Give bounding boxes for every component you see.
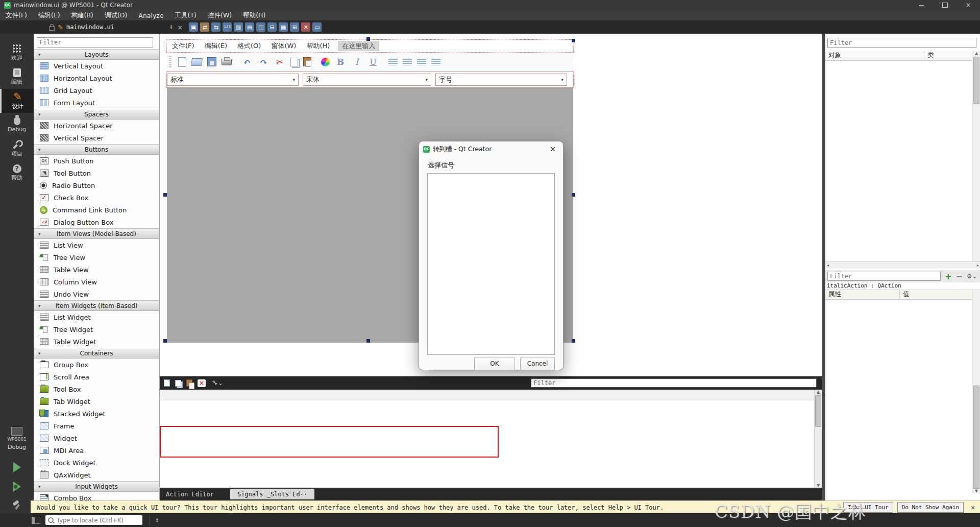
remove-property-icon[interactable]: − [955, 272, 962, 281]
form-menu-item-3[interactable]: 窗体(W) [266, 41, 301, 51]
sidebar-mode-帮助[interactable]: ?帮助 [0, 161, 34, 185]
ok-button[interactable]: OK [474, 357, 515, 370]
widget-tool-box[interactable]: Tool Box [34, 383, 159, 395]
cancel-button[interactable]: Cancel [520, 357, 555, 370]
form-combo-字号[interactable]: 字号▾ [435, 74, 567, 86]
property-config-wrench-icon[interactable]: ⚙︎⌄ [967, 273, 977, 280]
save-icon[interactable] [207, 57, 216, 66]
selection-handle[interactable] [572, 339, 575, 343]
open-document-name[interactable]: mainwindow.ui [66, 23, 114, 31]
menu-item-7[interactable]: 帮助(H) [237, 11, 271, 20]
edit-taborder-icon[interactable]: 123 [223, 22, 232, 32]
locator[interactable] [45, 515, 142, 525]
widget-form-layout[interactable]: Form Layout [34, 97, 159, 109]
object-inspector-hscrollbar[interactable]: ◂▸ [825, 261, 980, 269]
form-menu-item-0[interactable]: 文件(F) [167, 41, 200, 51]
layout-form-icon[interactable]: ⊞ [290, 22, 299, 32]
maximize-button[interactable] [933, 0, 957, 10]
print-icon[interactable] [222, 59, 232, 65]
tab-action-editor[interactable]: Action Editor [166, 491, 214, 498]
widget-dock-widget[interactable]: Dock Widget [34, 457, 159, 469]
configure-wrench-icon[interactable]: 🔧︎⌄ [212, 379, 223, 387]
form-menu-item-1[interactable]: 编辑(E) [200, 41, 232, 51]
column-class[interactable]: 类 [924, 51, 934, 60]
action-filter-input[interactable] [531, 378, 817, 388]
form-type-here[interactable]: 在这里输入 [338, 41, 379, 51]
widget-tree-widget[interactable]: Tree Widget [34, 323, 159, 336]
menu-item-2[interactable]: 构建(B) [66, 11, 99, 20]
form-menu-item-2[interactable]: 格式(O) [232, 41, 266, 51]
widget-widget[interactable]: Widget [34, 432, 159, 444]
menu-item-3[interactable]: 调试(D) [99, 11, 133, 20]
align-center-icon[interactable] [403, 59, 412, 65]
paste-action-icon[interactable] [186, 379, 192, 387]
column-value[interactable]: 值 [900, 290, 910, 299]
debug-run-button[interactable] [13, 482, 21, 492]
menu-item-1[interactable]: 编辑(E) [33, 11, 66, 20]
color-icon[interactable] [321, 58, 330, 66]
widget-tree-view[interactable]: Tree View [34, 251, 159, 264]
align-left-icon[interactable] [388, 59, 398, 65]
kit-monitor-icon[interactable] [11, 427, 22, 436]
dialog-close-icon[interactable]: × [543, 145, 563, 154]
sidebar-mode-设计[interactable]: ✎设计 [0, 89, 34, 113]
form-menu-item-4[interactable]: 帮助(H) [301, 41, 335, 51]
widget-horizontal-spacer[interactable]: Horizontal Spacer [34, 119, 159, 132]
layout-hsplit-icon[interactable]: ◫ [256, 22, 265, 32]
widgetbox-section-containers[interactable]: ▾Containers [34, 348, 159, 358]
kit-name[interactable]: WPS001 [7, 437, 26, 442]
menu-item-6[interactable]: 控件(W) [202, 11, 237, 20]
object-inspector-scrollbar[interactable]: ▲ [972, 51, 980, 261]
widget-grid-layout[interactable]: Grid Layout [34, 84, 159, 97]
widget-vertical-layout[interactable]: Vertical Layout [34, 60, 159, 72]
widget-mdi-area[interactable]: MDI Area [34, 444, 159, 457]
close-document-icon[interactable]: × [177, 23, 183, 31]
column-property[interactable]: 属性 [825, 290, 900, 299]
widget-horizontal-layout[interactable]: Horizontal Layout [34, 72, 159, 84]
underline-icon[interactable] [368, 57, 379, 67]
new-action-icon[interactable] [164, 379, 170, 387]
tab-signals-slots-editor[interactable]: Signals _Slots Ed·· [230, 489, 314, 499]
widgetbox-section-buttons[interactable]: ▾Buttons [34, 144, 159, 155]
widget-tool-button[interactable]: Tool Button [34, 167, 159, 179]
cut-icon[interactable] [274, 57, 285, 67]
align-right-icon[interactable] [417, 59, 426, 65]
widgetbox-section-spacers[interactable]: ▾Spacers [34, 109, 159, 119]
sidebar-mode-debug[interactable]: Debug [0, 113, 34, 137]
delete-action-icon[interactable]: ✕ [198, 379, 206, 387]
widget-tab-widget[interactable]: Tab Widget [34, 395, 159, 408]
layout-vertical-icon[interactable]: ▤ [245, 22, 254, 32]
build-button[interactable] [12, 500, 21, 510]
action-table-scrollbar[interactable]: ▲▼ [814, 390, 822, 488]
copy-action-icon[interactable] [175, 380, 181, 387]
widget-table-widget[interactable]: Table Widget [34, 336, 159, 348]
edit-signals-icon[interactable]: ⇄ [200, 22, 209, 32]
widget-dialog-button-box[interactable]: Dialog Button Box [34, 216, 159, 228]
sidebar-toggle-icon[interactable] [32, 517, 40, 524]
widgetbox-section-layouts[interactable]: ▾Layouts [34, 49, 159, 60]
widget-check-box[interactable]: Check Box [34, 191, 159, 204]
menu-item-0[interactable]: 文件(F) [0, 11, 33, 20]
menu-item-5[interactable]: 工具(T) [169, 11, 202, 20]
locator-input[interactable] [56, 516, 134, 524]
selection-handle[interactable] [572, 193, 575, 197]
bold-icon[interactable] [335, 57, 346, 67]
layout-grid-icon[interactable]: ▦ [279, 22, 288, 32]
widgetbox-filter-input[interactable] [37, 37, 153, 47]
widget-column-view[interactable]: Column View [34, 276, 159, 288]
widgetbox-section-input-widgets[interactable]: ▾Input Widgets [34, 481, 159, 492]
align-justify-icon[interactable] [431, 59, 440, 65]
minimize-button[interactable] [910, 0, 933, 10]
widget-combo-box[interactable]: Combo Box [34, 492, 159, 500]
object-inspector-filter-input[interactable] [827, 38, 976, 48]
redo-icon[interactable] [258, 57, 269, 67]
selection-handle[interactable] [572, 39, 575, 42]
menu-item-4[interactable]: Analyze [133, 12, 169, 19]
form-combo-标准[interactable]: 标准▾ [167, 74, 299, 86]
paste-icon[interactable] [303, 57, 311, 66]
form-combo-宋体[interactable]: 宋体▾ [303, 74, 431, 86]
break-layout-icon[interactable]: ✕ [301, 22, 310, 32]
property-scrollbar[interactable]: ▼ [972, 290, 980, 493]
selection-handle[interactable] [163, 193, 167, 197]
widget-list-widget[interactable]: List Widget [34, 311, 159, 323]
